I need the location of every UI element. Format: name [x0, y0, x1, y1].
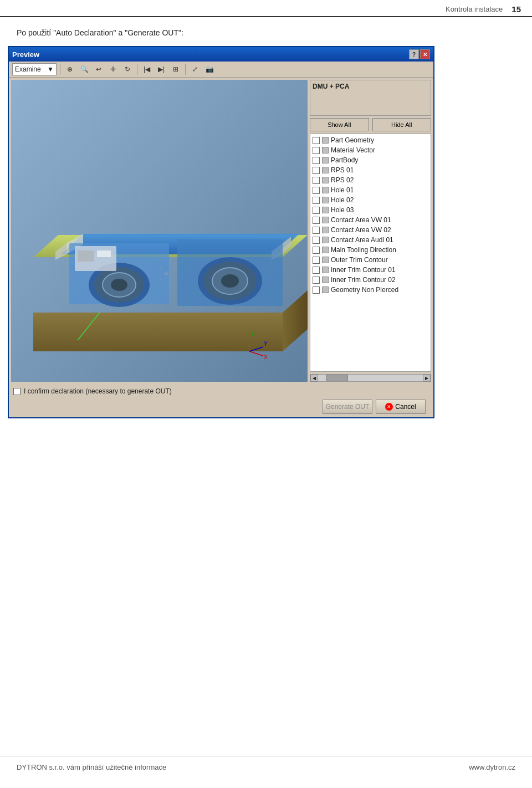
confirm-row: I confirm declaration (necessary to gene… [13, 387, 429, 395]
tree-item-checkbox[interactable] [313, 157, 320, 164]
tree-item-checkbox[interactable] [313, 137, 320, 144]
rotate-icon[interactable]: ↻ [121, 63, 134, 75]
tree-item-checkbox[interactable] [313, 147, 320, 154]
show-all-button[interactable]: Show All [310, 118, 369, 131]
horizontal-scrollbar[interactable]: ◀ ▶ [310, 374, 431, 382]
tree-item-checkbox[interactable] [313, 177, 320, 184]
target-icon[interactable]: ⊕ [64, 63, 76, 75]
tree-item[interactable]: Material Vector [310, 145, 431, 155]
tree-item[interactable]: Part Geometry [310, 135, 431, 145]
title-bar-buttons: ? ✕ [409, 49, 430, 59]
dropdown-arrow-icon: ▼ [47, 65, 54, 73]
tree-list-container[interactable]: Part GeometryMaterial VectorPartBodyRPS … [310, 134, 431, 372]
tree-item-icon [322, 277, 329, 283]
tree-item-icon [322, 167, 329, 173]
confirm-label: I confirm declaration (necessary to gene… [24, 387, 172, 395]
tree-item[interactable]: PartBody [310, 155, 431, 165]
page-number: 15 [511, 4, 521, 14]
tree-item-checkbox[interactable] [313, 277, 320, 284]
tree-item-label: Contact Area VW 01 [331, 216, 391, 224]
dmu-label: DMU + PCA [313, 83, 349, 90]
right-panel: DMU + PCA Show All Hide All Part Geometr… [310, 80, 431, 382]
tree-item-checkbox[interactable] [313, 187, 320, 194]
tree-item-checkbox[interactable] [313, 286, 320, 294]
toolbar-separator-1 [60, 64, 60, 75]
svg-point-23 [160, 278, 162, 280]
pan-icon[interactable]: ⤢ [189, 63, 201, 75]
bottom-section: I confirm declaration (necessary to gene… [9, 384, 433, 417]
tree-item-label: Inner Trim Contour 02 [331, 276, 396, 284]
tree-item[interactable]: Hole 03 [310, 205, 431, 215]
tree-item-label: Contact Area Audi 01 [331, 236, 393, 244]
intro-text: Po použití "Auto Declaration" a "Generat… [0, 28, 532, 46]
tree-item[interactable]: Contact Area Audi 01 [310, 235, 431, 245]
cancel-icon: ✕ [385, 403, 393, 411]
svg-point-24 [171, 278, 173, 280]
svg-point-25 [165, 272, 168, 275]
tree-item[interactable]: Outer Trim Contour [310, 255, 431, 265]
tree-item-label: Contact Area VW 02 [331, 226, 391, 234]
action-buttons-row: Generate OUT ✕ Cancel [13, 400, 429, 414]
tree-item-checkbox[interactable] [313, 237, 320, 244]
generate-out-button[interactable]: Generate OUT [323, 400, 372, 414]
tree-item-icon [322, 177, 329, 183]
toolbar-separator-3 [185, 64, 186, 75]
tree-item-checkbox[interactable] [313, 247, 320, 254]
snapshot-icon[interactable]: 📷 [203, 63, 216, 75]
back-icon[interactable]: ↩ [93, 63, 105, 75]
scroll-right-arrow[interactable]: ▶ [423, 374, 431, 382]
tree-item-checkbox[interactable] [313, 197, 320, 204]
tree-item-checkbox[interactable] [313, 167, 320, 174]
tree-item-checkbox[interactable] [313, 257, 320, 264]
page-header: Kontrola instalace 15 [0, 0, 532, 17]
move-icon[interactable]: ✛ [107, 63, 119, 75]
tree-item-checkbox[interactable] [313, 207, 320, 214]
hide-all-button[interactable]: Hide All [372, 118, 432, 131]
tree-item[interactable]: Hole 01 [310, 185, 431, 195]
tree-list: Part GeometryMaterial VectorPartBodyRPS … [310, 134, 431, 296]
tree-item-checkbox[interactable] [313, 217, 320, 224]
dialog-content: Z X Y DMU + PCA [9, 78, 433, 384]
tree-item[interactable]: Geometry Non Pierced [310, 285, 431, 295]
confirm-checkbox[interactable] [13, 388, 21, 395]
tree-item-icon [322, 286, 329, 293]
svg-point-13 [111, 279, 127, 291]
tree-item[interactable]: RPS 02 [310, 175, 431, 185]
tree-item[interactable]: Contact Area VW 02 [310, 225, 431, 235]
examine-dropdown[interactable]: Examine ▼ [12, 63, 57, 75]
tree-item-label: RPS 02 [331, 176, 354, 184]
fit-icon[interactable]: ⊞ [170, 63, 182, 75]
tree-item-icon [322, 257, 329, 263]
tree-item-checkbox[interactable] [313, 227, 320, 234]
tree-item-icon [322, 187, 329, 193]
tree-item[interactable]: Inner Trim Contour 02 [310, 275, 431, 285]
first-icon[interactable]: |◀ [141, 63, 153, 75]
tree-item[interactable]: Hole 02 [310, 195, 431, 205]
scroll-left-arrow[interactable]: ◀ [310, 374, 318, 382]
tree-item-icon [322, 137, 329, 144]
tree-item[interactable]: Inner Trim Contour 01 [310, 265, 431, 275]
dialog-title: Preview [12, 50, 39, 59]
svg-text:X: X [264, 354, 268, 360]
svg-rect-20 [97, 250, 111, 257]
tree-item-icon [322, 237, 329, 243]
scrollbar-thumb[interactable] [326, 375, 348, 381]
tree-item[interactable]: Contact Area VW 01 [310, 215, 431, 225]
tree-item[interactable]: RPS 01 [310, 165, 431, 175]
search-icon[interactable]: 🔍 [78, 63, 90, 75]
help-button[interactable]: ? [409, 49, 419, 59]
3d-viewport[interactable]: Z X Y [11, 80, 308, 382]
tree-item-label: RPS 01 [331, 166, 354, 174]
tree-item-checkbox[interactable] [313, 267, 320, 274]
cancel-button[interactable]: ✕ Cancel [376, 400, 426, 414]
tree-item-icon [322, 147, 329, 153]
3d-scene-svg: Z X Y [11, 80, 308, 382]
close-button[interactable]: ✕ [420, 49, 430, 59]
last-icon[interactable]: ▶| [155, 63, 167, 75]
tree-item-label: Part Geometry [331, 136, 374, 144]
tree-item-label: Material Vector [331, 146, 375, 154]
intro-paragraph: Po použití "Auto Declaration" a "Generat… [17, 28, 183, 37]
tree-item-icon [322, 197, 329, 203]
generate-out-label: Generate OUT [326, 403, 370, 411]
tree-item[interactable]: Main Tooling Direction [310, 245, 431, 255]
